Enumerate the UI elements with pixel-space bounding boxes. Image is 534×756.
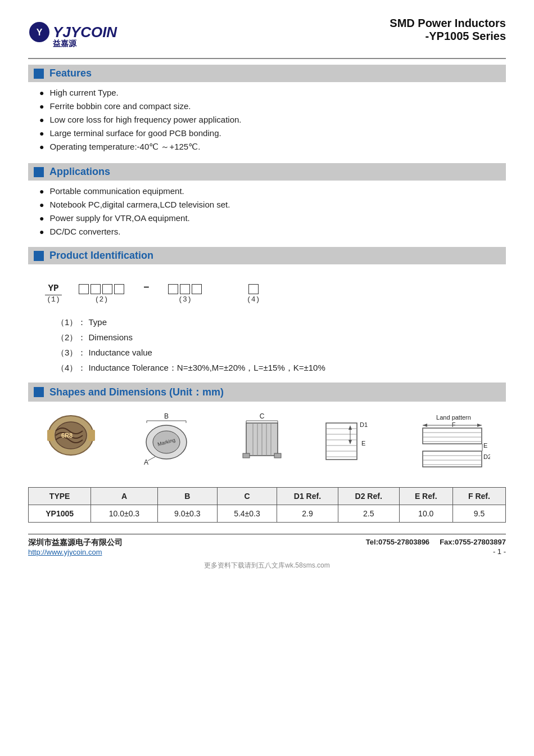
app-item-3: Power supply for VTR,OA equipment. (28, 213, 506, 223)
svg-text:E: E (361, 440, 365, 447)
cell-b: 9.0±0.3 (157, 505, 217, 523)
dimensions-table: TYPE A B C D1 Ref. D2 Ref. E Ref. F Ref.… (28, 487, 506, 523)
product-id-section-header: Product Identification (28, 247, 506, 264)
box-3-3 (192, 284, 202, 294)
prod-desc-1: （1）： Type (56, 317, 489, 328)
prod-desc-2-num: （2）： (56, 332, 86, 342)
features-blue-square (34, 69, 44, 79)
shapes-section-header: Shapes and Dimensions (Unit：mm) (28, 382, 506, 402)
product-id-part2: (2) (79, 284, 124, 304)
title-line2: -YP1005 Series (390, 30, 506, 43)
col-c: C (217, 488, 277, 505)
svg-text:F: F (451, 421, 455, 428)
applications-blue-square (34, 167, 44, 177)
col-e: E Ref. (399, 488, 452, 505)
part3-boxes (168, 284, 202, 294)
cell-f: 9.5 (452, 505, 505, 523)
top-view-svg: D1 E (323, 413, 379, 469)
box-2-3 (102, 284, 112, 294)
cell-d2: 2.5 (338, 505, 399, 523)
prod-desc-3-num: （3）： (56, 348, 86, 357)
feature-item-4: Large terminal surface for good PCB bond… (28, 128, 506, 138)
prod-desc-2: （2）： Dimensions (56, 332, 489, 343)
box-3-2 (180, 284, 190, 294)
shapes-title: Shapes and Dimensions (Unit：mm) (49, 385, 224, 399)
cell-e: 10.0 (399, 505, 452, 523)
title-line1: SMD Power Inductors (390, 17, 506, 30)
col-d1: D1 Ref. (277, 488, 338, 505)
svg-marker-47 (423, 424, 427, 427)
app-item-2: Notebook PC,digital carmera,LCD televisi… (28, 200, 506, 209)
box-4-1 (248, 284, 259, 294)
fax: Fax:0755-27803897 (440, 538, 506, 546)
product-id-dash: － (141, 280, 151, 294)
product-id-part1: YP (1) (45, 284, 62, 304)
watermark: 更多资料下载请到五八文库wk.58sms.com (28, 561, 506, 570)
svg-text:Y: Y (37, 28, 43, 37)
table-row: YP1005 10.0±0.3 9.0±0.3 5.4±0.3 2.9 2.5 … (29, 505, 506, 523)
features-section-header: Features (28, 65, 506, 82)
applications-list: Portable communication equipment. Notebo… (28, 186, 506, 245)
app-item-1: Portable communication equipment. (28, 186, 506, 196)
svg-text:益嘉源: 益嘉源 (53, 39, 77, 48)
box-2-4 (114, 284, 124, 294)
features-title: Features (49, 68, 92, 79)
cell-a: 10.0±0.3 (91, 505, 157, 523)
top-view-diagram: D1 E (323, 413, 379, 469)
svg-marker-48 (477, 424, 482, 427)
applications-title: Applications (49, 166, 110, 178)
product-id-part4: (4) (247, 284, 260, 304)
svg-rect-29 (243, 453, 250, 458)
svg-text:A: A (144, 458, 148, 466)
svg-rect-30 (274, 453, 281, 458)
page-number: - 1 - (366, 547, 506, 556)
svg-text:YJYCOIN: YJYCOIN (53, 24, 117, 40)
prod-desc-3: （3）： Inductance value (56, 348, 489, 358)
svg-rect-8 (47, 430, 54, 441)
product-id-blue-square (34, 251, 44, 261)
part4-boxes (247, 284, 260, 294)
front-view-diagram: C (241, 413, 286, 469)
prod-desc-2-text: Dimensions (89, 332, 133, 342)
features-list: High current Type. Ferrite bobbin core a… (28, 88, 506, 161)
prod-desc-4-num: （4）： (56, 363, 86, 372)
col-f: F Ref. (452, 488, 505, 505)
applications-section-header: Applications (28, 163, 506, 181)
page: Y YJYCOIN 益嘉源 SMD Power Inductors -YP100… (0, 0, 534, 756)
inductor-svg: 6R8 (44, 413, 98, 458)
part4-label: (4) (247, 295, 260, 304)
cell-c: 5.4±0.3 (217, 505, 277, 523)
svg-text:E: E (483, 442, 487, 449)
side-view-diagram: B Marking A (135, 413, 203, 469)
header-title: SMD Power Inductors -YP1005 Series (390, 17, 506, 43)
land-pattern-diagram: Land pattern F E (417, 413, 490, 475)
prod-desc-4-text: Inductance Tolerance：N=±30%,M=±20%，L=±15… (89, 363, 325, 372)
product-id-row: YP (1) (2) － (45, 280, 489, 304)
footer-right: Tel:0755-27803896 Fax:0755-27803897 - 1 … (366, 538, 506, 556)
footer-left: 深圳市益嘉源电子有限公司 http://www.yjycoin.com (28, 538, 123, 556)
prod-desc-1-num: （1）： (56, 317, 86, 327)
box-2-2 (90, 284, 101, 294)
product-id-labels: （1）： Type （2）： Dimensions （3）： Inductanc… (28, 313, 506, 382)
feature-item-2: Ferrite bobbin core and compact size. (28, 101, 506, 111)
feature-item-5: Operating temperature:-40℃ ～+125℃. (28, 142, 506, 152)
part2-boxes (79, 284, 124, 294)
website-link[interactable]: http://www.yjycoin.com (28, 548, 102, 556)
prod-desc-1-text: Type (89, 317, 107, 327)
diagram-row: 6R8 B Marking A (28, 407, 506, 480)
svg-text:6R8: 6R8 (61, 432, 73, 439)
col-d2: D2 Ref. (338, 488, 399, 505)
logo-area: Y YJYCOIN 益嘉源 (28, 17, 146, 48)
side-view-svg: B Marking A (135, 413, 203, 469)
footer: 深圳市益嘉源电子有限公司 http://www.yjycoin.com Tel:… (28, 534, 506, 556)
part3-label: (3) (168, 295, 202, 304)
box-2-1 (79, 284, 89, 294)
cell-d1: 2.9 (277, 505, 338, 523)
app-item-4: DC/DC converters. (28, 227, 506, 236)
svg-text:Land pattern: Land pattern (436, 414, 471, 421)
contact-info: Tel:0755-27803896 Fax:0755-27803897 (366, 538, 506, 546)
tel: Tel:0755-27803896 (366, 538, 429, 546)
header-divider (28, 58, 506, 59)
prod-desc-4: （4）： Inductance Tolerance：N=±30%,M=±20%，… (56, 363, 489, 374)
col-b: B (157, 488, 217, 505)
